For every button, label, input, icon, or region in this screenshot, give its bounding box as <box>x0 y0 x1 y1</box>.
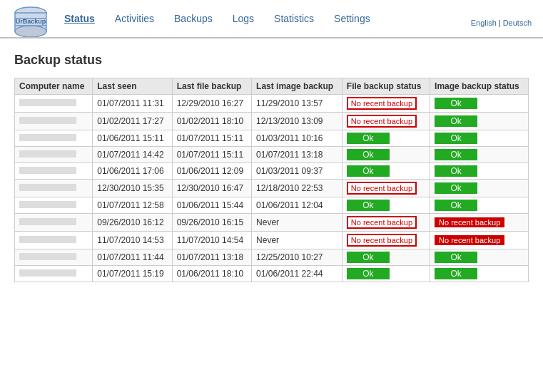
status-ok-badge: Ok <box>435 182 477 194</box>
file-status-cell: No recent backup <box>342 214 430 232</box>
table-row: 11/07/2010 14:5311/07/2010 14:54NeverNo … <box>15 232 529 249</box>
table-row: 01/02/2011 17:2701/02/2011 18:1012/13/20… <box>15 113 529 130</box>
last-file-cell: 01/06/2011 18:10 <box>172 266 251 282</box>
image-status-cell: No recent backup <box>430 232 529 249</box>
nav-logs[interactable]: Logs <box>233 13 254 24</box>
last-seen-cell: 11/07/2010 14:53 <box>93 232 172 249</box>
image-status-cell: Ok <box>430 130 529 147</box>
last-seen-cell: 01/07/2011 11:44 <box>93 249 172 266</box>
table-row: 01/07/2011 14:4201/07/2011 15:1101/07/20… <box>15 147 529 163</box>
computer-name-redacted <box>19 253 76 260</box>
last-image-cell: 11/29/2010 13:57 <box>252 95 342 113</box>
last-file-cell: 01/07/2011 15:11 <box>172 130 251 147</box>
last-file-cell: 01/07/2011 15:11 <box>172 147 251 163</box>
computer-name-cell <box>15 180 93 197</box>
table-row: 01/07/2011 11:3112/29/2010 16:2711/29/20… <box>15 95 529 113</box>
nav-settings[interactable]: Settings <box>334 13 370 24</box>
image-status-cell: Ok <box>430 180 529 197</box>
computer-name-cell <box>15 266 93 282</box>
computer-name-redacted <box>19 184 76 191</box>
status-ok-badge: Ok <box>435 98 477 109</box>
status-ok-badge: Ok <box>435 268 477 279</box>
last-file-cell: 11/07/2010 14:54 <box>172 232 251 249</box>
computer-name-cell <box>15 249 93 266</box>
table-row: 09/26/2010 16:1209/26/2010 16:15NeverNo … <box>15 214 529 232</box>
last-seen-cell: 01/06/2011 15:11 <box>93 130 172 147</box>
last-file-cell: 09/26/2010 16:15 <box>172 214 251 232</box>
table-row: 01/07/2011 15:1901/06/2011 18:1001/06/20… <box>15 266 529 282</box>
last-seen-cell: 01/07/2011 12:58 <box>93 197 172 214</box>
computer-name-cell <box>15 130 93 147</box>
nav-statistics[interactable]: Statistics <box>274 13 314 24</box>
status-warn-badge: No recent backup <box>347 216 417 229</box>
status-ok-badge: Ok <box>435 252 477 263</box>
last-seen-cell: 01/06/2011 17:06 <box>93 163 172 180</box>
lang-separator: | <box>499 19 501 27</box>
last-image-cell: 01/06/2011 22:44 <box>252 266 342 282</box>
table-row: 01/07/2011 12:5801/06/2011 15:4401/06/20… <box>15 197 529 214</box>
computer-name-cell <box>15 113 93 130</box>
last-file-cell: 01/06/2011 12:09 <box>172 163 251 180</box>
status-warn-badge: No recent backup <box>347 97 417 110</box>
last-file-cell: 01/06/2011 15:44 <box>172 197 251 214</box>
status-ok-badge: Ok <box>347 200 390 211</box>
status-ok-badge: Ok <box>347 133 390 144</box>
status-ok-badge: Ok <box>347 165 390 177</box>
file-status-cell: Ok <box>342 249 430 266</box>
computer-name-cell <box>15 214 93 232</box>
logo: UrBackup <box>11 6 50 37</box>
file-status-cell: Ok <box>342 266 430 282</box>
last-seen-cell: 01/02/2011 17:27 <box>93 113 172 130</box>
last-image-cell: 12/18/2010 22:53 <box>252 180 342 197</box>
computer-name-redacted <box>19 117 76 124</box>
last-file-cell: 12/30/2010 16:47 <box>172 180 251 197</box>
last-file-cell: 01/07/2011 13:18 <box>172 249 251 266</box>
status-warn-badge: No recent backup <box>347 234 417 247</box>
last-seen-cell: 01/07/2011 15:19 <box>93 266 172 282</box>
computer-name-redacted <box>19 201 76 208</box>
last-seen-cell: 09/26/2010 16:12 <box>93 214 172 232</box>
col-image-status: Image backup status <box>430 78 529 95</box>
status-ok-badge: Ok <box>435 200 477 211</box>
status-warn-badge: No recent backup <box>347 182 417 195</box>
svg-text:UrBackup: UrBackup <box>16 18 46 25</box>
col-last-file-backup: Last file backup <box>172 78 251 95</box>
col-last-image-backup: Last image backup <box>252 78 342 95</box>
image-status-cell: Ok <box>430 147 529 163</box>
status-warn-red-badge: No recent backup <box>435 217 504 227</box>
page-title: Backup status <box>14 53 529 68</box>
header: UrBackup Status Activities Backups Logs … <box>0 0 543 38</box>
last-file-cell: 01/02/2011 18:10 <box>172 113 251 130</box>
file-status-cell: Ok <box>342 197 430 214</box>
image-status-cell: Ok <box>430 197 529 214</box>
status-ok-badge: Ok <box>435 133 477 144</box>
status-ok-badge: Ok <box>435 115 477 127</box>
nav-status[interactable]: Status <box>64 13 95 24</box>
col-file-status: File backup status <box>342 78 430 95</box>
image-status-cell: Ok <box>430 95 529 113</box>
nav-backups[interactable]: Backups <box>174 13 213 24</box>
file-status-cell: No recent backup <box>342 95 430 113</box>
col-computer-name: Computer name <box>15 78 93 95</box>
computer-name-cell <box>15 147 93 163</box>
last-image-cell: 01/06/2011 12:04 <box>252 197 342 214</box>
computer-name-redacted <box>19 218 76 225</box>
computer-name-redacted <box>19 134 76 141</box>
last-image-cell: 12/25/2010 10:27 <box>252 249 342 266</box>
status-warn-red-badge: No recent backup <box>435 235 504 245</box>
file-status-cell: Ok <box>342 130 430 147</box>
computer-name-redacted <box>19 269 76 277</box>
last-image-cell: Never <box>252 214 342 232</box>
lang-english[interactable]: English <box>471 19 497 27</box>
nav-activities[interactable]: Activities <box>115 13 154 24</box>
last-seen-cell: 12/30/2010 15:35 <box>93 180 172 197</box>
last-image-cell: 01/03/2011 09:37 <box>252 163 342 180</box>
image-status-cell: No recent backup <box>430 214 529 232</box>
computer-name-redacted <box>19 167 76 174</box>
language-selector: English | Deutsch <box>471 16 532 27</box>
computer-name-cell <box>15 197 93 214</box>
last-image-cell: 01/07/2011 13:18 <box>252 147 342 163</box>
status-ok-badge: Ok <box>347 268 390 279</box>
lang-deutsch[interactable]: Deutsch <box>503 19 532 27</box>
last-image-cell: 12/13/2010 13:09 <box>252 113 342 130</box>
